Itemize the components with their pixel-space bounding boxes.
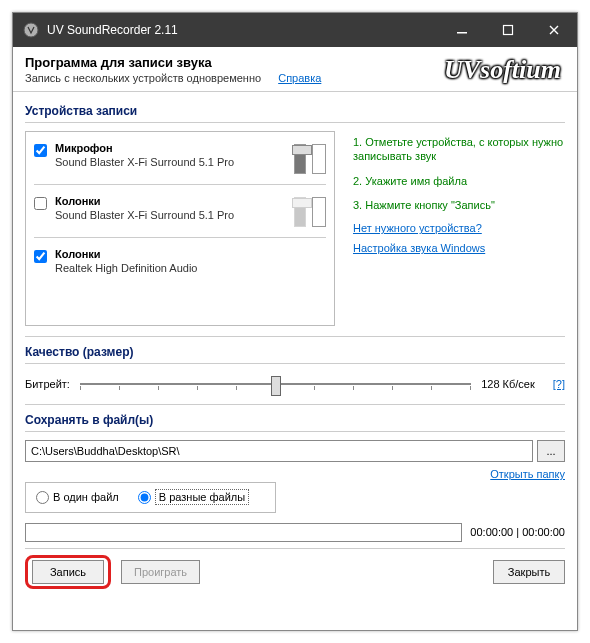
file-mode-group: В один файл В разные файлы — [25, 482, 276, 513]
svg-rect-2 — [504, 26, 513, 35]
device-list[interactable]: Микрофон Sound Blaster X-Fi Surround 5.1… — [25, 131, 335, 326]
maximize-button[interactable] — [485, 13, 531, 47]
bitrate-help-link[interactable]: [?] — [553, 378, 565, 390]
close-app-button[interactable]: Закрыть — [493, 560, 565, 584]
device-name: Колонки — [55, 195, 288, 207]
tip-text: 1. Отметьте устройства, с которых нужно … — [353, 135, 565, 164]
play-button[interactable]: Проиграть — [121, 560, 200, 584]
titlebar: UV SoundRecorder 2.11 — [13, 13, 577, 47]
device-driver: Sound Blaster X-Fi Surround 5.1 Pro — [55, 156, 288, 168]
window-buttons — [439, 13, 577, 47]
device-row: Колонки Sound Blaster X-Fi Surround 5.1 … — [34, 191, 326, 231]
header: Программа для записи звука Запись с неск… — [13, 47, 577, 92]
save-section-title: Сохранять в файл(ы) — [25, 413, 565, 427]
tips-panel: 1. Отметьте устройства, с которых нужно … — [347, 131, 565, 326]
tip-text: 2. Укажите имя файла — [353, 174, 565, 188]
app-subtitle: Запись с нескольких устройств одновремен… — [25, 72, 444, 84]
level-meter — [312, 197, 326, 227]
record-highlight: Запись — [25, 555, 111, 589]
svg-point-0 — [24, 23, 38, 37]
device-driver: Realtek High Definition Audio — [55, 262, 326, 274]
multi-file-radio-label[interactable]: В разные файлы — [138, 489, 249, 505]
volume-slider[interactable] — [294, 197, 306, 227]
tip-text: 3. Нажмите кнопку "Запись" — [353, 198, 565, 212]
bitrate-value: 128 Кб/сек — [481, 378, 535, 390]
browse-button[interactable]: ... — [537, 440, 565, 462]
volume-slider[interactable] — [294, 144, 306, 174]
app-window: UV SoundRecorder 2.11 Программа для запи… — [12, 12, 578, 631]
close-button[interactable] — [531, 13, 577, 47]
progress-bar — [25, 523, 462, 542]
one-file-radio-label[interactable]: В один файл — [36, 491, 119, 504]
no-device-link[interactable]: Нет нужного устройства? — [353, 222, 565, 234]
open-folder-link[interactable]: Открыть папку — [490, 468, 565, 480]
device-name: Микрофон — [55, 142, 288, 154]
level-meter — [312, 144, 326, 174]
device-driver: Sound Blaster X-Fi Surround 5.1 Pro — [55, 209, 288, 221]
device-name: Колонки — [55, 248, 326, 260]
windows-sound-link[interactable]: Настройка звука Windows — [353, 242, 565, 254]
bitrate-slider[interactable] — [80, 372, 471, 396]
brand-logo: UVsoftium — [444, 55, 565, 85]
app-title: Программа для записи звука — [25, 55, 444, 70]
svg-rect-1 — [457, 32, 467, 34]
save-path-input[interactable] — [25, 440, 533, 462]
time-display: 00:00:00 | 00:00:00 — [470, 526, 565, 538]
quality-section-title: Качество (размер) — [25, 345, 565, 359]
help-link[interactable]: Справка — [278, 72, 321, 84]
bitrate-label: Битрейт: — [25, 378, 70, 390]
record-button[interactable]: Запись — [32, 560, 104, 584]
device-checkbox[interactable] — [34, 197, 47, 210]
multi-file-radio[interactable] — [138, 491, 151, 504]
window-title: UV SoundRecorder 2.11 — [47, 23, 439, 37]
one-file-radio[interactable] — [36, 491, 49, 504]
device-checkbox[interactable] — [34, 250, 47, 263]
devices-section-title: Устройства записи — [25, 104, 565, 118]
device-row: Колонки Realtek High Definition Audio — [34, 244, 326, 278]
app-icon — [23, 22, 39, 38]
device-checkbox[interactable] — [34, 144, 47, 157]
minimize-button[interactable] — [439, 13, 485, 47]
content: Устройства записи Микрофон Sound Blaster… — [13, 92, 577, 599]
device-row: Микрофон Sound Blaster X-Fi Surround 5.1… — [34, 138, 326, 178]
